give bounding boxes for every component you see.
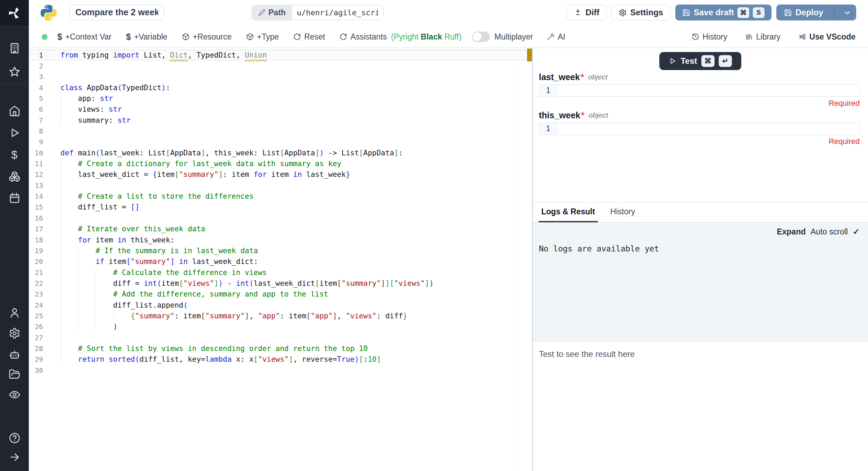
code-line[interactable]: 13	[29, 180, 532, 191]
rotate-cw-icon	[340, 33, 347, 41]
windmill-logo-icon[interactable]	[0, 0, 29, 26]
edit-path-button[interactable]: Path	[252, 5, 292, 20]
code-line[interactable]: 9	[29, 137, 532, 147]
code-line[interactable]: 12 last_week_dict = {item["summary"]: it…	[29, 169, 532, 180]
line-number: 20	[29, 257, 60, 266]
code-editor[interactable]: 1from typing import List, Dict, TypedDic…	[29, 48, 532, 471]
auto-scroll-check-icon[interactable]: ✓	[853, 227, 860, 237]
sidebar-divider	[0, 84, 29, 84]
audit-logs-eye-icon[interactable]	[8, 388, 21, 401]
test-button[interactable]: Test ⌘ ↵	[659, 52, 741, 70]
code-line[interactable]: 25 {"summary": item["summary"], "app": i…	[29, 310, 532, 321]
line-number: 18	[29, 236, 60, 244]
code-line[interactable]: 8	[29, 126, 532, 136]
schedules-calendar-icon[interactable]	[8, 192, 21, 204]
favorites-star-icon[interactable]	[8, 66, 21, 78]
expand-sidebar-arrow-icon[interactable]	[8, 451, 21, 463]
dollar-icon: $	[126, 32, 131, 42]
line-number: 8	[29, 127, 60, 135]
workers-robot-icon[interactable]	[8, 348, 21, 361]
line-number: 10	[29, 149, 60, 157]
code-line[interactable]: 7 summary: str	[29, 115, 532, 126]
tab-logs-result[interactable]: Logs & Result	[539, 203, 598, 222]
save-draft-button[interactable]: Save draft ⌘ S	[675, 5, 771, 20]
use-vscode-button[interactable]: Use VScode	[799, 32, 856, 42]
code-line[interactable]: 17 # Iterate over this_week data	[29, 224, 532, 234]
warning-marker	[527, 49, 532, 61]
code-line[interactable]: 26 )	[29, 322, 532, 332]
deploy-dropdown-button[interactable]	[838, 5, 856, 20]
code-line[interactable]: 5 app: str	[29, 93, 532, 104]
settings-button[interactable]: Settings	[611, 5, 670, 20]
deploy-button[interactable]: Deploy	[776, 5, 856, 20]
json-input-last_week[interactable]: 1	[539, 84, 860, 97]
diff-button[interactable]: Diff	[567, 5, 607, 20]
resources-cubes-icon[interactable]	[8, 170, 21, 183]
code-line[interactable]: 16	[29, 213, 532, 223]
code-line-text: diff_list = []	[60, 203, 140, 211]
library-button[interactable]: Library	[745, 32, 781, 42]
magic-wand-icon	[547, 33, 554, 41]
settings-gear-icon[interactable]	[8, 327, 21, 340]
folders-icon[interactable]	[8, 368, 21, 380]
code-line[interactable]: 22 diff = int(item["views"]) - int(last_…	[29, 278, 532, 289]
json-input-this_week[interactable]: 1	[539, 122, 860, 135]
help-icon[interactable]	[8, 432, 21, 444]
users-person-icon[interactable]	[8, 307, 21, 319]
add-variable-button[interactable]: $ +Variable	[126, 32, 167, 42]
code-line[interactable]: 15 diff_list = []	[29, 202, 532, 213]
add-context-var-button[interactable]: $ +Context Var	[57, 32, 111, 42]
history-button[interactable]: History	[692, 32, 727, 42]
script-title-input[interactable]	[69, 5, 164, 20]
library-label: Library	[756, 32, 781, 42]
code-line[interactable]: 19 # If the summary is in last_week data	[29, 245, 532, 256]
line-number: 24	[29, 301, 60, 309]
assistants-button[interactable]: Assistants	[340, 32, 387, 42]
add-resource-button[interactable]: +Resource	[182, 32, 232, 42]
json-edit-area[interactable]	[557, 123, 859, 135]
code-line[interactable]: 3	[29, 71, 532, 82]
line-number: 29	[29, 355, 60, 363]
code-line[interactable]: 4class AppData(TypedDict):	[29, 82, 532, 93]
code-line[interactable]: 2	[29, 60, 532, 71]
python-language-icon	[41, 5, 57, 21]
overview-ruler	[517, 48, 518, 471]
code-line[interactable]: 20 if item["summary"] in last_week_dict:	[29, 256, 532, 267]
runs-play-icon[interactable]	[8, 127, 21, 139]
arg-label: last_week*object	[539, 72, 860, 82]
assistants-languages[interactable]: (Pyright Black Ruff)	[391, 32, 461, 42]
auto-scroll-toggle[interactable]: Auto scroll	[811, 227, 848, 237]
json-edit-area[interactable]	[557, 85, 859, 96]
windmill-script-editor: $	[0, 0, 868, 471]
code-line[interactable]: 18 for item in this_week:	[29, 234, 532, 245]
required-asterisk: *	[581, 110, 585, 120]
workspace-icon[interactable]	[8, 42, 21, 54]
expand-logs-button[interactable]: Expand	[777, 227, 806, 237]
home-icon[interactable]	[8, 105, 21, 117]
variables-dollar-icon[interactable]: $	[8, 148, 21, 161]
plus-minus-diff-icon	[574, 9, 582, 17]
code-line[interactable]: 6 views: str	[29, 104, 532, 115]
code-line[interactable]: 28 # Sort the list by views in descendin…	[29, 343, 532, 354]
windmill-pinwheel	[8, 6, 22, 20]
code-line[interactable]: 1from typing import List, Dict, TypedDic…	[29, 50, 532, 60]
add-type-button[interactable]: +Type	[246, 32, 279, 42]
code-line[interactable]: 29 return sorted(diff_list, key=lambda x…	[29, 354, 532, 365]
code-line[interactable]: 30	[29, 365, 532, 376]
line-number: 23	[29, 290, 60, 298]
code-line[interactable]: 24 diff_list.append(	[29, 300, 532, 310]
code-line-text: )	[60, 323, 117, 331]
multiplayer-toggle[interactable]	[472, 32, 490, 42]
code-line-text: diff_list.append(	[60, 301, 188, 309]
ai-button[interactable]: AI	[547, 32, 565, 42]
code-line[interactable]: 14 # Create a list to store the differen…	[29, 191, 532, 202]
code-line[interactable]: 11 # Create a dictionary for last_week d…	[29, 158, 532, 169]
reset-button[interactable]: Reset	[293, 32, 325, 42]
code-line[interactable]: 23 # Add the difference, summary and app…	[29, 289, 532, 300]
code-line[interactable]: 10def main(last_week: List[AppData], thi…	[29, 147, 532, 158]
tab-history[interactable]: History	[608, 203, 638, 222]
script-path-input[interactable]	[292, 5, 383, 20]
code-line[interactable]: 21 # Calculate the difference in views	[29, 267, 532, 278]
code-line-text: class AppData(TypedDict):	[60, 84, 170, 92]
code-line[interactable]: 27	[29, 332, 532, 343]
